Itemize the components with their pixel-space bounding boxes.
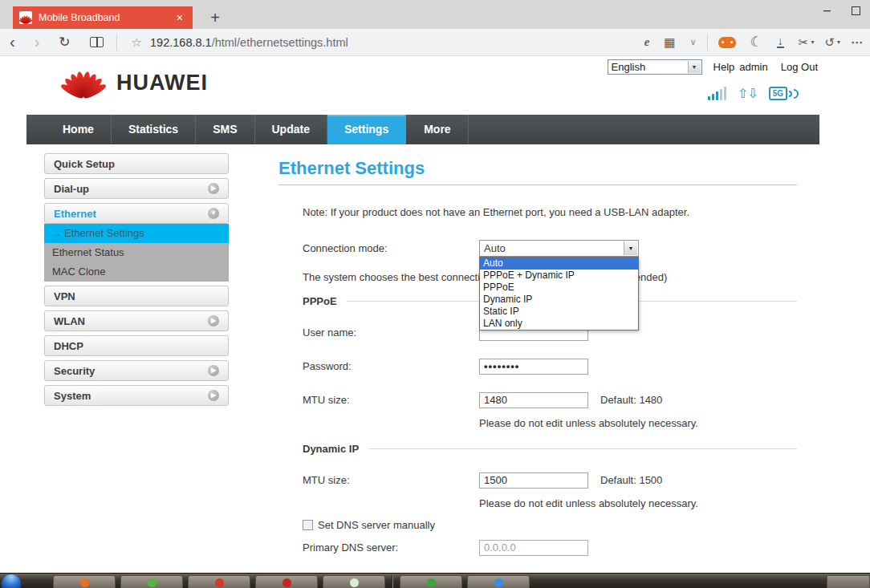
nav-tab-home[interactable]: Home — [46, 115, 112, 144]
select-dropdown-arrow-icon[interactable]: ▼ — [624, 241, 637, 255]
adapter-note: Note: If your product does not have an E… — [303, 206, 797, 218]
dynamic-mtu-input[interactable] — [479, 472, 588, 489]
sidebar-item-security[interactable]: Security ▶ — [44, 360, 229, 381]
reading-view-icon[interactable] — [90, 37, 104, 47]
sidebar-item-label: Ethernet — [54, 208, 96, 220]
chevron-down-icon: ▼ — [208, 208, 219, 219]
taskbar-tray-button[interactable] — [827, 575, 870, 588]
sidebar-subitem-mac-clone[interactable]: MAC Clone — [44, 262, 229, 282]
main-navigation: Home Statistics SMS Update Settings More — [26, 115, 819, 144]
start-button-orb[interactable] — [2, 574, 21, 588]
sidebar-item-dial-up[interactable]: Dial-up ▶ — [44, 178, 229, 199]
dynamic-ip-section-header: Dynamic IP — [303, 443, 359, 455]
language-dropdown-arrow-icon[interactable]: ▼ — [688, 61, 701, 73]
sidebar-item-label: WLAN — [54, 315, 85, 327]
sidebar-item-quick-setup[interactable]: Quick Setup — [44, 153, 229, 174]
pppoe-mtu-warning: Please do not edit unless absolutely nec… — [479, 417, 797, 428]
dropdown-option-dynamic-ip[interactable]: Dynamic IP — [480, 294, 638, 306]
sidebar-item-system[interactable]: System ▶ — [44, 385, 229, 406]
taskbar-app-button[interactable] — [400, 575, 462, 588]
browser-tab-bar: Mobile Broadband × + – — [0, 0, 870, 29]
select-selected-value: Auto — [484, 242, 506, 254]
refresh-icon[interactable]: ↻ — [49, 34, 79, 51]
ethernet-settings-panel: Ethernet Settings Note: If your product … — [278, 153, 797, 573]
sidebar-item-dhcp[interactable]: DHCP — [44, 335, 229, 356]
traffic-updown-icon: ⇧⇩ — [738, 87, 758, 100]
language-select[interactable]: English ▼ — [608, 59, 702, 75]
chevron-right-icon: ▶ — [208, 183, 219, 194]
set-dns-manually-label: Set DNS server manually — [318, 519, 435, 531]
capture-menu-arrow-icon[interactable]: ▾ — [811, 39, 814, 46]
internet-explorer-icon[interactable]: e — [637, 35, 657, 49]
sidebar-item-label: System — [54, 390, 91, 402]
browser-toolbar: ‹ › ↻ ☆ 192.168.8.1/html/ethernetsetting… — [0, 29, 870, 56]
back-icon[interactable]: ‹ — [0, 33, 25, 51]
network-type-badge: 5G — [769, 87, 787, 100]
connection-mode-label: Connection mode: — [303, 242, 479, 254]
active-item-arrow-icon: → — [52, 228, 62, 239]
address-bar[interactable]: 192.168.8.1/html/ethernetsettings.html — [150, 36, 348, 49]
connection-mode-select[interactable]: Auto ▼ Auto PPPoE + Dynamic IP PPPoE Dyn… — [479, 240, 639, 257]
taskbar-app-button[interactable] — [255, 575, 318, 588]
sidebar-subitem-label: Ethernet Status — [52, 246, 124, 258]
dropdown-option-lan-only[interactable]: LAN only — [480, 318, 638, 330]
dropdown-option-static-ip[interactable]: Static IP — [480, 306, 638, 318]
status-icons: ⇧⇩ 5G — [708, 87, 799, 100]
dropdown-option-pppoe[interactable]: PPPoE — [480, 282, 638, 294]
gamepad-icon[interactable] — [718, 37, 736, 48]
pppoe-section-header: PPPoE — [303, 295, 337, 307]
dropdown-option-pppoe-dynamic[interactable]: PPPoE + Dynamic IP — [480, 270, 638, 282]
forward-icon: › — [25, 33, 50, 51]
password-label: Password: — [303, 360, 479, 372]
dark-mode-moon-icon[interactable]: ☾ — [743, 34, 770, 51]
sidebar-item-vpn[interactable]: VPN — [44, 286, 229, 306]
nav-tab-statistics[interactable]: Statistics — [112, 115, 196, 144]
help-link[interactable]: Help — [713, 61, 735, 73]
taskbar-app-button[interactable] — [53, 575, 116, 588]
set-dns-manually-checkbox[interactable] — [303, 520, 313, 530]
app-icon — [350, 578, 359, 587]
nav-tab-settings[interactable]: Settings — [327, 115, 406, 144]
nav-tab-sms[interactable]: SMS — [196, 115, 254, 144]
dropdown-option-auto[interactable]: Auto — [480, 258, 638, 270]
favorites-star-icon[interactable]: ☆ — [120, 35, 150, 50]
primary-dns-input[interactable] — [479, 540, 588, 556]
network-5g-icon: 5G — [769, 87, 799, 100]
window-minimize-button[interactable]: – — [823, 3, 831, 18]
pppoe-mtu-input[interactable] — [479, 392, 588, 408]
sidebar-subitem-ethernet-settings[interactable]: →Ethernet Settings — [44, 224, 229, 243]
taskbar-app-button[interactable] — [188, 575, 250, 588]
taskbar-app-button[interactable] — [467, 575, 530, 588]
sidebar-subitem-label: Ethernet Settings — [64, 227, 144, 239]
sidebar-item-label: VPN — [54, 290, 75, 302]
logged-in-user: admin — [739, 61, 767, 73]
huawei-logo: HUAWEI — [60, 66, 208, 96]
toolbar-divider — [116, 34, 117, 51]
tab-close-icon[interactable]: × — [173, 11, 186, 24]
sidebar-item-ethernet[interactable]: Ethernet ▼ — [44, 203, 229, 224]
new-tab-button[interactable]: + — [204, 6, 226, 29]
chevron-right-icon: ▶ — [208, 315, 219, 326]
primary-dns-label: Primary DNS server: — [303, 541, 479, 554]
download-icon[interactable]: ↓ — [777, 36, 784, 48]
sidebar-item-label: Quick Setup — [54, 158, 115, 170]
taskbar-app-button[interactable] — [323, 575, 385, 588]
qr-code-icon[interactable]: ▦ — [657, 35, 682, 50]
taskbar-app-button[interactable] — [120, 575, 183, 588]
pppoe-mtu-default: Default: 1480 — [600, 394, 662, 406]
browser-tab[interactable]: Mobile Broadband × — [13, 6, 193, 29]
app-icon — [494, 578, 503, 587]
undo-menu-arrow-icon[interactable]: ▾ — [837, 39, 840, 46]
nav-tab-more[interactable]: More — [407, 115, 468, 144]
sidebar-subitem-ethernet-status[interactable]: Ethernet Status — [44, 243, 229, 262]
huawei-flower-icon — [60, 66, 107, 96]
huawei-favicon — [19, 11, 32, 24]
logout-link[interactable]: Log Out — [781, 61, 818, 73]
chevron-down-icon[interactable]: ∨ — [683, 37, 704, 47]
sidebar-item-wlan[interactable]: WLAN ▶ — [44, 310, 229, 331]
more-options-icon[interactable]: ⋯ — [844, 35, 870, 50]
window-maximize-button[interactable] — [852, 6, 860, 15]
app-icon — [148, 578, 157, 587]
password-input[interactable] — [479, 359, 588, 375]
nav-tab-update[interactable]: Update — [255, 115, 327, 144]
